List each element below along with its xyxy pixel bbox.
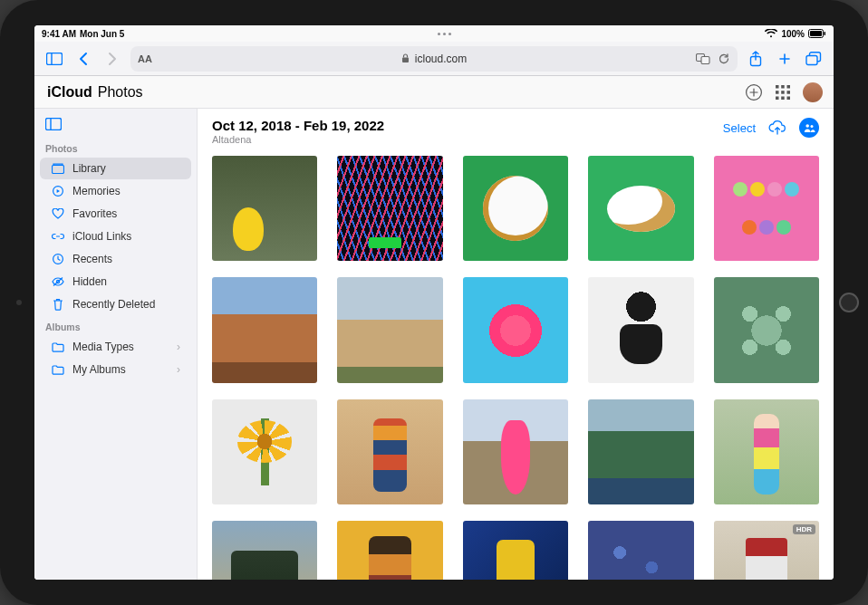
photo-thumbnail[interactable]	[337, 156, 442, 261]
svg-rect-13	[781, 85, 785, 89]
heart-icon	[51, 208, 65, 219]
folder-icon	[51, 365, 65, 375]
svg-point-29	[810, 124, 813, 127]
translate-icon[interactable]	[696, 53, 710, 64]
device-camera	[16, 300, 22, 305]
sidebar-item-label: Recents	[72, 253, 112, 265]
home-button[interactable]	[839, 293, 859, 312]
eye-off-icon	[51, 276, 65, 287]
ipad-device-frame: 9:41 AM Mon Jun 5 100%	[0, 0, 868, 605]
chevron-right-icon: ›	[177, 363, 180, 376]
upload-icon[interactable]	[768, 120, 786, 135]
photo-grid-container: HDR	[198, 150, 834, 580]
svg-rect-16	[781, 91, 785, 94]
reload-icon[interactable]	[718, 53, 730, 65]
sidebar-item-recently-deleted[interactable]: Recently Deleted	[40, 293, 191, 315]
battery-icon	[808, 29, 826, 38]
lock-icon	[401, 53, 410, 63]
photo-thumbnail[interactable]	[337, 399, 442, 504]
clock-icon	[51, 253, 65, 265]
select-button[interactable]: Select	[723, 121, 756, 135]
photo-thumbnail[interactable]	[588, 156, 693, 261]
sidebar-collapse-button[interactable]	[34, 114, 197, 138]
folder-icon	[51, 342, 65, 352]
chevron-right-icon: ›	[177, 341, 180, 353]
account-avatar[interactable]	[803, 82, 823, 102]
sidebar-item-my-albums[interactable]: My Albums ›	[40, 359, 191, 380]
sidebar-item-favorites[interactable]: Favorites	[40, 203, 191, 225]
shared-library-icon[interactable]	[799, 118, 819, 138]
photo-thumbnail[interactable]	[463, 399, 568, 504]
sidebar-item-icloud-links[interactable]: iCloud Links	[40, 226, 191, 247]
back-button[interactable]	[72, 48, 94, 70]
sidebar-item-label: My Albums	[72, 363, 126, 376]
photo-thumbnail[interactable]	[212, 521, 317, 580]
photo-thumbnail[interactable]	[588, 521, 693, 580]
sidebar-item-recents[interactable]: Recents	[40, 248, 191, 270]
status-date: Mon Jun 5	[80, 29, 124, 39]
svg-rect-12	[776, 85, 779, 89]
tabs-button[interactable]	[803, 48, 825, 70]
photo-thumbnail[interactable]	[714, 399, 819, 504]
sidebar-item-hidden[interactable]: Hidden	[40, 271, 191, 293]
sidebar: Photos Library Memories Favorites iCloud…	[34, 109, 198, 580]
sidebar-toggle-button[interactable]	[43, 48, 65, 70]
brand-suffix: Photos	[98, 84, 143, 101]
status-bar: 9:41 AM Mon Jun 5 100%	[34, 25, 834, 42]
main-panel: Oct 12, 2018 - Feb 19, 2022 Altadena Sel…	[198, 109, 834, 580]
date-range: Oct 12, 2018 - Feb 19, 2022	[212, 118, 384, 133]
sidebar-item-media-types[interactable]: Media Types ›	[40, 336, 191, 358]
sidebar-item-label: Hidden	[72, 275, 107, 288]
photo-thumbnail[interactable]	[714, 277, 819, 382]
sidebar-item-memories[interactable]: Memories	[40, 180, 191, 202]
photo-thumbnail[interactable]	[588, 399, 693, 504]
photo-thumbnail[interactable]	[588, 277, 693, 382]
url-bar[interactable]: AA icloud.com	[130, 46, 738, 72]
sidebar-item-label: Library	[72, 162, 106, 175]
forward-button	[101, 48, 123, 70]
location-label: Altadena	[212, 134, 384, 145]
svg-rect-20	[787, 96, 791, 100]
share-button[interactable]	[745, 48, 767, 70]
app-title: iCloud Photos	[45, 84, 143, 101]
photo-thumbnail[interactable]	[463, 521, 568, 580]
photo-thumbnail[interactable]	[463, 277, 568, 382]
sidebar-item-label: Memories	[72, 185, 121, 197]
brand-prefix: iCloud	[47, 84, 92, 101]
library-icon	[51, 163, 65, 174]
photo-thumbnail[interactable]: HDR	[714, 521, 819, 580]
photo-thumbnail[interactable]	[714, 156, 819, 261]
svg-rect-5	[402, 58, 409, 63]
svg-rect-3	[47, 53, 63, 64]
app-header: iCloud Photos	[34, 76, 834, 109]
photo-grid: HDR	[212, 156, 819, 580]
sidebar-item-label: Favorites	[72, 207, 117, 220]
sidebar-item-label: Media Types	[72, 341, 134, 353]
photo-thumbnail[interactable]	[212, 277, 317, 382]
svg-rect-19	[781, 96, 785, 100]
reader-aa-icon[interactable]: AA	[138, 53, 152, 64]
svg-rect-14	[787, 85, 791, 89]
svg-rect-17	[787, 91, 791, 94]
screen: 9:41 AM Mon Jun 5 100%	[34, 25, 834, 580]
sidebar-item-library[interactable]: Library	[40, 158, 191, 179]
svg-rect-18	[776, 96, 779, 100]
photo-thumbnail[interactable]	[212, 399, 317, 504]
sidebar-item-label: Recently Deleted	[72, 298, 155, 311]
app-grid-icon[interactable]	[776, 85, 790, 100]
multitask-dots[interactable]	[438, 33, 451, 35]
svg-rect-10	[806, 55, 817, 64]
sidebar-section-albums: Albums	[34, 316, 197, 335]
main-header: Oct 12, 2018 - Feb 19, 2022 Altadena Sel…	[198, 109, 834, 150]
svg-rect-7	[701, 56, 709, 63]
photo-thumbnail[interactable]	[337, 277, 442, 382]
photo-thumbnail[interactable]	[212, 156, 317, 261]
wifi-icon	[765, 29, 777, 38]
photo-thumbnail[interactable]	[337, 521, 442, 580]
new-tab-button[interactable]	[774, 48, 796, 70]
svg-rect-1	[810, 31, 822, 36]
photo-thumbnail[interactable]	[463, 156, 568, 261]
link-icon	[51, 231, 65, 242]
svg-rect-23	[53, 166, 64, 174]
add-button[interactable]	[745, 83, 763, 101]
